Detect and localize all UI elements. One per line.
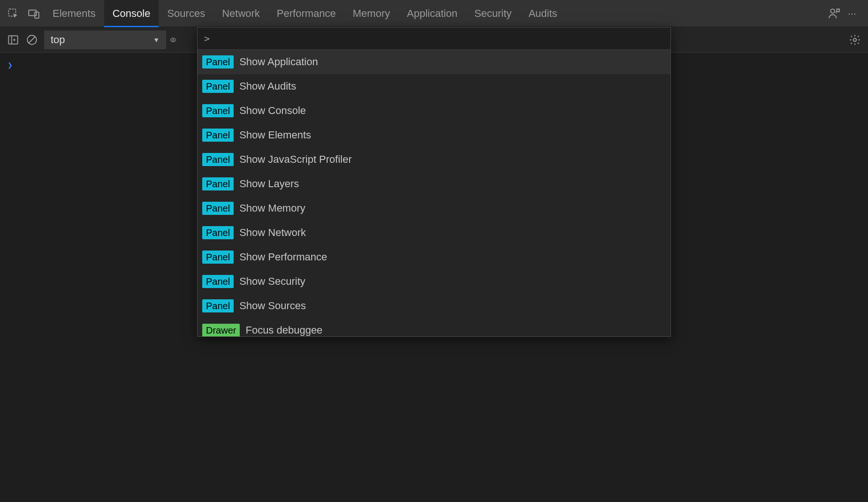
tab-network[interactable]: Network (213, 0, 268, 27)
command-badge: Panel (202, 55, 234, 68)
command-badge: Panel (202, 275, 234, 288)
tab-console[interactable]: Console (104, 0, 159, 27)
svg-rect-2 (35, 12, 39, 18)
tab-label: Elements (53, 8, 96, 20)
svg-rect-4 (8, 36, 18, 44)
command-label: Show Audits (239, 80, 296, 92)
command-badge: Panel (202, 104, 234, 117)
inspect-element-icon[interactable] (3, 3, 23, 24)
tab-security[interactable]: Security (466, 0, 520, 27)
feedback-icon[interactable] (824, 3, 845, 24)
console-sidebar-toggle-icon[interactable] (4, 30, 23, 49)
tab-label: Security (474, 8, 511, 20)
tab-application[interactable]: Application (398, 0, 466, 27)
command-badge: Panel (202, 226, 234, 239)
command-item[interactable]: Drawer Focus debuggee (198, 318, 670, 336)
command-badge: Panel (202, 80, 234, 93)
tab-audits[interactable]: Audits (520, 0, 565, 27)
command-badge: Panel (202, 177, 234, 190)
context-value: top (51, 34, 65, 46)
tab-performance[interactable]: Performance (268, 0, 344, 27)
tab-label: Audits (528, 8, 557, 20)
device-toolbar-icon[interactable] (23, 3, 44, 24)
command-label: Show Console (239, 105, 306, 117)
clear-console-icon[interactable] (23, 30, 41, 49)
command-badge: Panel (202, 129, 234, 142)
more-menu-icon[interactable]: ⋯ (845, 3, 865, 24)
svg-point-10 (853, 38, 857, 41)
live-expression-icon[interactable] (170, 30, 176, 49)
command-label: Show Memory (239, 202, 305, 214)
command-badge: Panel (202, 202, 234, 215)
tab-memory[interactable]: Memory (344, 0, 398, 27)
command-label: Focus debuggee (245, 324, 322, 336)
tab-label: Console (113, 8, 151, 20)
tab-elements[interactable]: Elements (44, 0, 104, 27)
svg-line-8 (29, 37, 35, 43)
command-menu-input[interactable]: > (198, 28, 670, 50)
command-label: Show Performance (239, 251, 327, 263)
command-item[interactable]: Panel Show Audits (198, 74, 670, 99)
command-menu-list[interactable]: Panel Show Application Panel Show Audits… (198, 50, 670, 336)
command-item[interactable]: Panel Show Sources (198, 294, 670, 318)
chevron-down-icon: ▼ (153, 36, 160, 44)
command-item[interactable]: Panel Show Security (198, 269, 670, 294)
command-item[interactable]: Panel Show Network (198, 221, 670, 245)
tab-label: Network (222, 8, 260, 20)
command-badge: Drawer (202, 324, 240, 336)
console-prompt-chevron-icon[interactable]: ❯ (8, 60, 13, 70)
command-label: Show Sources (239, 300, 306, 312)
command-label: Show Application (239, 56, 318, 68)
command-label: Show Layers (239, 178, 299, 190)
command-badge: Panel (202, 251, 234, 264)
command-item[interactable]: Panel Show Layers (198, 172, 670, 196)
svg-point-9 (172, 39, 174, 41)
command-label: Show Security (239, 275, 305, 288)
svg-point-3 (830, 9, 835, 13)
command-label: Show Elements (239, 129, 311, 141)
command-badge: Panel (202, 299, 234, 312)
tab-label: Sources (167, 8, 205, 20)
command-item[interactable]: Panel Show Elements (198, 123, 670, 147)
command-menu-prefix: > (204, 33, 210, 44)
tab-sources[interactable]: Sources (159, 0, 213, 27)
devtools-tabstrip: Elements Console Sources Network Perform… (0, 0, 868, 27)
command-item[interactable]: Panel Show Performance (198, 245, 670, 269)
command-item[interactable]: Panel Show Memory (198, 196, 670, 221)
command-menu: > Panel Show Application Panel Show Audi… (197, 27, 671, 337)
tab-label: Memory (353, 8, 390, 20)
command-item[interactable]: Panel Show JavaScript Profiler (198, 147, 670, 172)
command-item[interactable]: Panel Show Application (198, 50, 670, 74)
command-badge: Panel (202, 153, 234, 166)
command-item[interactable]: Panel Show Console (198, 99, 670, 123)
execution-context-selector[interactable]: top ▼ (44, 30, 166, 49)
svg-marker-6 (14, 38, 15, 41)
tab-label: Performance (277, 8, 336, 20)
tab-label: Application (407, 8, 457, 20)
command-label: Show JavaScript Profiler (239, 153, 352, 166)
console-settings-icon[interactable] (845, 30, 864, 49)
command-label: Show Network (239, 227, 306, 239)
